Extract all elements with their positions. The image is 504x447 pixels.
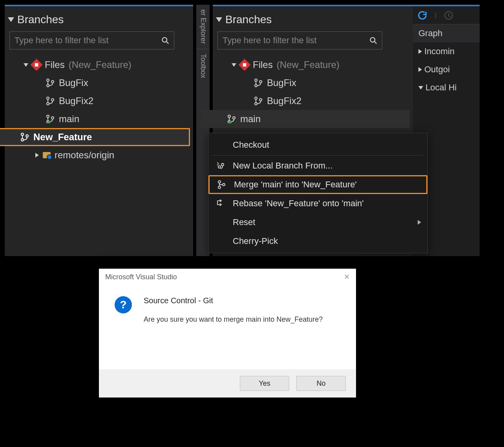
filter-input[interactable] [10, 35, 157, 46]
ctx-label: Cherry-Pick [233, 236, 278, 246]
section-title: Branches [17, 13, 64, 26]
dialog-message: Are you sure you want to merge main into… [144, 315, 323, 324]
repo-branch-context: (New_Feature) [277, 59, 340, 70]
svg-point-7 [51, 99, 54, 101]
svg-point-30 [218, 181, 221, 183]
rebase-icon [215, 199, 226, 208]
remotes-node[interactable]: remotes/origin [20, 146, 187, 164]
svg-point-21 [255, 103, 257, 105]
branch-icon [21, 133, 29, 141]
confirm-dialog: Microsoft Visual Studio ✕ ? Source Contr… [99, 269, 356, 398]
dialog-heading: Source Control - Git [144, 296, 323, 305]
svg-point-23 [228, 115, 230, 117]
svg-point-11 [47, 121, 50, 123]
outgoing-section[interactable]: Outgoi [413, 60, 480, 79]
filter-box[interactable] [217, 31, 382, 49]
search-icon[interactable] [365, 37, 382, 44]
branch-main[interactable]: main [20, 110, 187, 128]
branch-icon [46, 115, 55, 123]
section-title: Branches [225, 13, 272, 26]
svg-point-14 [26, 135, 28, 137]
branch-icon [46, 97, 55, 105]
expand-icon [418, 67, 422, 72]
merge-icon [216, 180, 227, 189]
branch-label: main [240, 114, 261, 125]
ctx-merge[interactable]: Merge 'main' into 'New_Feature' [208, 175, 427, 194]
folder-remote-icon [43, 152, 51, 158]
branch-icon [254, 79, 263, 87]
refresh-icon[interactable] [417, 10, 428, 21]
svg-point-12 [21, 133, 24, 136]
repo-label: Files [45, 59, 65, 70]
filter-input[interactable] [218, 35, 365, 46]
branch-bugfix2[interactable]: BugFix2 [228, 92, 407, 110]
tab-toolbox[interactable]: Toolbox [199, 51, 207, 81]
repo-node[interactable]: Files (New_Feature) [228, 56, 407, 74]
branch-new-feature[interactable]: New_Feature [0, 128, 190, 146]
svg-point-26 [228, 121, 232, 123]
svg-point-13 [21, 139, 24, 141]
expand-icon [24, 63, 28, 67]
collapse-icon [8, 17, 14, 22]
svg-point-25 [233, 117, 235, 119]
close-icon[interactable]: ✕ [344, 273, 350, 281]
branch-bugfix[interactable]: BugFix [20, 74, 187, 92]
svg-point-29 [221, 163, 224, 166]
dialog-title: Microsoft Visual Studio [105, 273, 177, 281]
svg-point-10 [51, 117, 54, 119]
filter-box[interactable] [9, 31, 174, 49]
question-icon: ? [115, 296, 132, 313]
ctx-checkout[interactable]: Checkout [208, 136, 427, 154]
repo-branch-context: (New_Feature) [69, 59, 131, 70]
ctx-new-branch[interactable]: New Local Branch From... [208, 156, 427, 175]
graph-header[interactable]: Graph [413, 24, 480, 42]
svg-line-1 [166, 42, 169, 44]
ctx-label: Merge 'main' into 'New_Feature' [234, 180, 357, 190]
svg-point-8 [47, 115, 49, 117]
svg-point-32 [223, 183, 225, 186]
svg-point-19 [259, 81, 262, 83]
incoming-label: Incomin [424, 46, 455, 57]
git-repo-icon [238, 59, 250, 71]
ctx-label: Reset [233, 217, 255, 227]
collapse-icon [418, 86, 423, 90]
ctx-reset[interactable]: Reset [208, 213, 427, 232]
svg-point-4 [51, 81, 54, 83]
local-history-label: Local Hi [425, 82, 457, 93]
repo-node[interactable]: Files (New_Feature) [20, 56, 187, 74]
search-icon[interactable] [157, 37, 174, 44]
svg-point-18 [255, 84, 257, 87]
repo-label: Files [253, 59, 273, 70]
expand-icon [35, 153, 39, 158]
ctx-cherry-pick[interactable]: Cherry-Pick [208, 232, 427, 251]
ctx-rebase[interactable]: Rebase 'New_Feature' onto 'main' [208, 194, 427, 213]
svg-line-16 [374, 42, 377, 44]
branches-header[interactable]: Branches [8, 9, 187, 30]
incoming-section[interactable]: Incomin [413, 42, 480, 60]
yes-button[interactable]: Yes [240, 376, 289, 391]
svg-point-31 [218, 186, 221, 189]
fetch-icon[interactable] [444, 10, 454, 20]
ctx-label: New Local Branch From... [233, 161, 332, 171]
branch-bugfix[interactable]: BugFix [228, 74, 407, 92]
svg-point-17 [255, 79, 257, 81]
branch-bugfix2[interactable]: BugFix2 [20, 92, 187, 110]
branches-header[interactable]: Branches [216, 9, 407, 30]
new-branch-icon [215, 161, 226, 170]
svg-point-5 [47, 97, 49, 99]
branch-label: New_Feature [33, 132, 92, 143]
local-history-section[interactable]: Local Hi [413, 79, 480, 97]
branch-main-hover[interactable]: main [201, 110, 410, 128]
expand-icon [232, 63, 236, 67]
tab-server-explorer[interactable]: er Explorer [199, 6, 207, 47]
collapse-icon [216, 17, 222, 22]
no-button[interactable]: No [296, 376, 346, 391]
submenu-icon [418, 220, 421, 225]
side-tabs: er Explorer Toolbox [196, 5, 210, 256]
ctx-label: Rebase 'New_Feature' onto 'main' [233, 198, 364, 209]
svg-point-28 [218, 166, 221, 168]
svg-point-6 [47, 103, 49, 105]
svg-point-2 [47, 79, 49, 81]
separator [212, 155, 424, 156]
remotes-label: remotes/origin [55, 150, 114, 161]
